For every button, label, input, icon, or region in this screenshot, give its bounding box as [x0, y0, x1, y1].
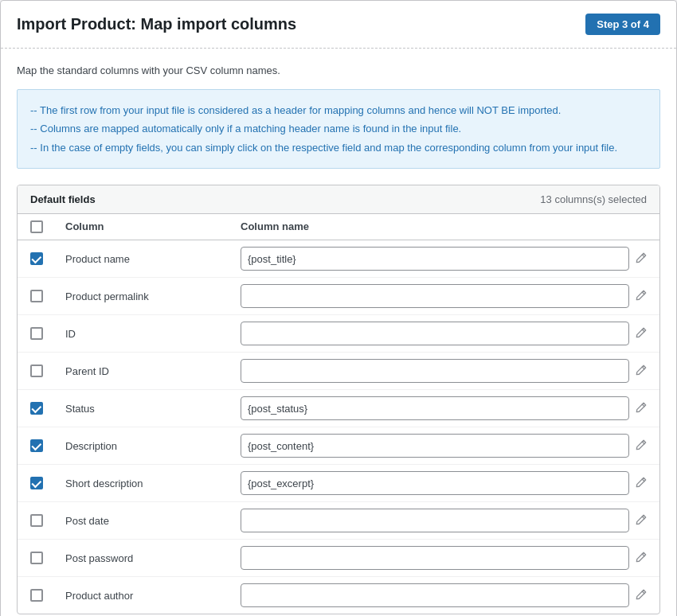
- select-all-checkbox[interactable]: [30, 220, 43, 233]
- table-row: Post date: [18, 502, 659, 540]
- row-checkbox-9[interactable]: [30, 589, 43, 602]
- col-header-column: Column: [65, 220, 241, 233]
- checkbox-cell: [30, 514, 65, 527]
- checkbox-cell: [30, 327, 65, 340]
- row-checkbox-1[interactable]: [30, 290, 43, 302]
- row-checkbox-4[interactable]: [30, 402, 43, 415]
- row-checkbox-2[interactable]: [30, 327, 43, 340]
- info-line-3: -- In the case of empty fields, you can …: [30, 138, 647, 157]
- row-input-4[interactable]: [241, 396, 629, 420]
- checkbox-cell: [30, 402, 65, 415]
- col-header-checkbox: [30, 220, 65, 233]
- row-column-label: ID: [65, 328, 241, 340]
- table-row: Product name: [18, 240, 659, 278]
- step-badge: Step 3 of 4: [585, 14, 660, 35]
- row-input-cell: [241, 583, 647, 607]
- table-rows: Product nameProduct permalinkIDParent ID…: [18, 240, 659, 614]
- page-content: Map the standard columns with your CSV c…: [1, 49, 676, 616]
- table-row: Status: [18, 390, 659, 427]
- row-column-label: Post date: [65, 515, 241, 527]
- row-column-label: Product author: [65, 590, 241, 602]
- row-checkbox-3[interactable]: [30, 365, 43, 377]
- edit-icon[interactable]: [636, 402, 647, 415]
- row-input-0[interactable]: [241, 247, 629, 271]
- table-header-row: Default fields 13 columns(s) selected: [18, 185, 659, 214]
- edit-icon[interactable]: [636, 514, 647, 528]
- row-checkbox-6[interactable]: [30, 477, 43, 489]
- info-box: -- The first row from your input file is…: [17, 89, 660, 169]
- row-input-cell: [241, 396, 647, 420]
- checkbox-cell: [30, 252, 65, 265]
- checkbox-cell: [30, 552, 65, 564]
- row-column-label: Description: [65, 440, 241, 452]
- row-checkbox-5[interactable]: [30, 439, 43, 452]
- table-row: Short description: [18, 465, 659, 502]
- row-input-2[interactable]: [241, 322, 629, 345]
- edit-icon[interactable]: [636, 589, 647, 602]
- edit-icon[interactable]: [636, 327, 647, 341]
- table-section-title: Default fields: [30, 193, 96, 205]
- table-row: Description: [18, 427, 659, 465]
- checkbox-cell: [30, 439, 65, 452]
- row-input-8[interactable]: [241, 546, 629, 570]
- row-input-3[interactable]: [241, 359, 629, 383]
- edit-icon[interactable]: [636, 439, 647, 453]
- row-column-label: Product name: [65, 253, 241, 265]
- table-row: Post password: [18, 540, 659, 577]
- col-headers: Column Column name: [18, 214, 659, 240]
- row-input-cell: [241, 509, 647, 532]
- page-title: Import Product: Map import columns: [17, 15, 296, 33]
- row-input-cell: [241, 546, 647, 570]
- row-checkbox-7[interactable]: [30, 514, 43, 527]
- page-header: Import Product: Map import columns Step …: [1, 1, 676, 49]
- row-input-7[interactable]: [241, 509, 629, 532]
- edit-icon[interactable]: [636, 365, 647, 378]
- page-container: Import Product: Map import columns Step …: [0, 0, 677, 616]
- edit-icon[interactable]: [636, 552, 647, 565]
- edit-icon[interactable]: [636, 252, 647, 266]
- table-row: Parent ID: [18, 353, 659, 390]
- row-column-label: Short description: [65, 478, 241, 489]
- checkbox-cell: [30, 290, 65, 302]
- row-input-6[interactable]: [241, 471, 629, 495]
- table-row: Product permalink: [18, 278, 659, 315]
- info-line-1: -- The first row from your input file is…: [30, 101, 647, 119]
- row-input-cell: [241, 247, 647, 271]
- checkbox-cell: [30, 589, 65, 602]
- row-column-label: Parent ID: [65, 365, 241, 377]
- table-section: Default fields 13 columns(s) selected Co…: [17, 185, 660, 614]
- row-input-5[interactable]: [241, 434, 629, 458]
- table-row: Product author: [18, 577, 659, 614]
- col-header-name: Column name: [241, 220, 647, 233]
- row-column-label: Status: [65, 403, 241, 415]
- info-line-2: -- Columns are mapped automatically only…: [30, 119, 647, 138]
- row-column-label: Product permalink: [65, 290, 241, 302]
- row-input-cell: [241, 471, 647, 495]
- edit-icon[interactable]: [636, 290, 647, 303]
- row-column-label: Post password: [65, 552, 241, 564]
- row-input-cell: [241, 434, 647, 458]
- row-checkbox-8[interactable]: [30, 552, 43, 564]
- row-input-1[interactable]: [241, 284, 629, 308]
- description-text: Map the standard columns with your CSV c…: [17, 64, 660, 76]
- row-input-cell: [241, 284, 647, 308]
- checkbox-cell: [30, 477, 65, 489]
- row-input-9[interactable]: [241, 583, 629, 607]
- row-input-cell: [241, 322, 647, 345]
- columns-selected-count: 13 columns(s) selected: [540, 193, 647, 205]
- row-input-cell: [241, 359, 647, 383]
- row-checkbox-0[interactable]: [30, 252, 43, 265]
- edit-icon[interactable]: [636, 477, 647, 490]
- table-row: ID: [18, 315, 659, 353]
- checkbox-cell: [30, 365, 65, 377]
